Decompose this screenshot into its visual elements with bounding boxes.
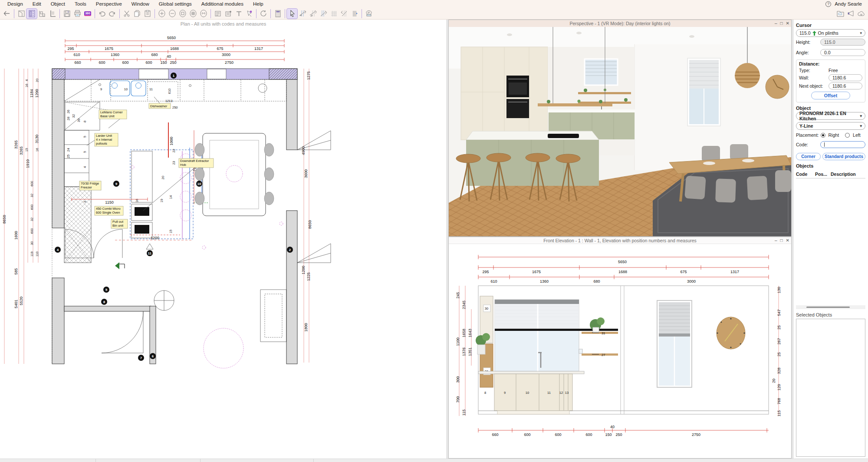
objects-col-code[interactable]: Code <box>796 172 815 177</box>
wall-distance-field[interactable]: 1180.6 <box>829 74 862 81</box>
next-object-label: Next object: <box>799 83 827 89</box>
perspective-titlebar[interactable]: Perspective - 1 (VR Mode): Day (interior… <box>449 20 791 27</box>
cut-icon[interactable] <box>122 9 132 19</box>
text-tool-icon[interactable] <box>233 9 244 19</box>
menu-additional-modules[interactable]: Additional modules <box>197 1 248 7</box>
plotter-icon[interactable] <box>364 9 374 19</box>
svg-text:2345: 2345 <box>462 300 466 309</box>
elevation-titlebar[interactable]: Front Elevation - 1 : Wall - 1, Elevatio… <box>449 237 791 244</box>
print-icon[interactable] <box>72 9 82 19</box>
cloud-folder-icon[interactable] <box>835 9 845 19</box>
wall-tool-1-icon[interactable] <box>297 9 308 19</box>
angle-field[interactable]: 0.0 <box>820 49 865 56</box>
minimize-button[interactable]: – <box>775 21 777 26</box>
svg-text:600: 600 <box>585 432 592 437</box>
svg-text:32: 32 <box>72 114 76 118</box>
corner-button[interactable]: Corner <box>796 153 821 160</box>
objects-list[interactable] <box>796 178 865 305</box>
pointer-style-icon[interactable] <box>244 9 254 19</box>
status-bar <box>0 459 868 462</box>
save-icon[interactable] <box>62 9 72 19</box>
menu-perspective[interactable]: Perspective <box>91 1 127 7</box>
selected-objects-list[interactable] <box>796 319 865 457</box>
note-add-icon[interactable] <box>223 9 233 19</box>
objects-col-description[interactable]: Description <box>831 172 856 177</box>
announcement-icon[interactable] <box>845 9 856 19</box>
svg-text:267: 267 <box>777 338 781 344</box>
wall-tool-3-icon[interactable] <box>318 9 329 19</box>
svg-text:23: 23 <box>172 161 176 165</box>
workspace: Plan - All units with codes and measures… <box>0 20 868 459</box>
plan-drawing-canvas[interactable]: 5650 295 1675 1688 675 1317 610 1360 680… <box>0 20 447 459</box>
copy-icon[interactable] <box>132 9 142 19</box>
grid-icon[interactable] <box>329 9 339 19</box>
menu-object[interactable]: Object <box>46 1 70 7</box>
svg-text:3: 3 <box>83 201 87 203</box>
placement-left-radio[interactable] <box>845 133 850 138</box>
perspective-render-canvas[interactable] <box>449 27 791 236</box>
elevation-drawing-canvas[interactable]: 5650 295 1675 1688 675 1317 610 1360 680 <box>449 244 791 458</box>
close-button[interactable]: ✕ <box>786 238 789 243</box>
menu-help[interactable]: Help <box>248 1 268 7</box>
calculator-icon[interactable] <box>273 9 283 19</box>
svg-text:7: 7 <box>140 356 142 360</box>
refresh-icon[interactable] <box>258 9 269 19</box>
help-icon[interactable]: ? <box>825 1 831 7</box>
svg-text:300: 300 <box>456 376 460 383</box>
menu-global-settings[interactable]: Global settings <box>154 1 197 7</box>
svg-text:11: 11 <box>148 251 152 255</box>
back-arrow-icon[interactable] <box>2 9 12 19</box>
select-arrow-icon[interactable] <box>287 9 297 19</box>
height-field[interactable]: 115.0 <box>820 39 865 46</box>
zoom-in-icon[interactable] <box>157 9 167 19</box>
zoom-all-icon[interactable] <box>198 9 209 19</box>
maximize-button[interactable]: □ <box>780 21 783 26</box>
svg-text:4: 4 <box>57 248 59 252</box>
menu-tools[interactable]: Tools <box>70 1 91 7</box>
redo-icon[interactable] <box>107 9 118 19</box>
svg-text:110: 110 <box>35 251 39 257</box>
view-plan-units-icon[interactable] <box>37 9 47 19</box>
zoom-object-icon[interactable] <box>188 9 198 19</box>
cloud-icon[interactable] <box>856 9 866 19</box>
offset-button[interactable]: Offset <box>811 92 850 99</box>
zoom-window-icon[interactable] <box>178 9 188 19</box>
code-input[interactable] <box>820 141 865 148</box>
cursor-mode-dropdown[interactable]: 115.0 On plinths ▾ <box>796 29 865 37</box>
close-button[interactable]: ✕ <box>786 21 789 26</box>
wall-tool-2-icon[interactable] <box>308 9 318 19</box>
view-elevation-icon[interactable] <box>26 9 37 19</box>
menu-window[interactable]: Window <box>127 1 154 7</box>
objects-horizontal-scrollbar[interactable] <box>796 305 865 309</box>
svg-text:19: 19 <box>160 199 164 202</box>
line-dropdown[interactable]: Y-Line ▾ <box>796 122 865 130</box>
angle-label: Angle: <box>796 50 819 55</box>
svg-text:1: 1 <box>173 74 175 78</box>
svg-text:1317: 1317 <box>254 46 263 51</box>
catalog-dropdown[interactable]: PRONORM 2026-1 EN Kitchen ▾ <box>796 112 865 120</box>
wall-dimension-icon[interactable] <box>349 9 360 19</box>
objects-col-pos[interactable]: Pos... <box>815 172 831 177</box>
view-360-icon[interactable]: 360 <box>82 9 93 19</box>
undo-icon[interactable] <box>97 9 107 19</box>
svg-text:680: 680 <box>151 53 158 57</box>
standard-products-button[interactable]: Standard products <box>822 153 865 160</box>
view-side-icon[interactable] <box>47 9 58 19</box>
next-object-field[interactable]: 1180.6 <box>829 82 862 89</box>
zoom-out-icon[interactable] <box>167 9 178 19</box>
svg-text:pullouts: pullouts <box>96 142 107 145</box>
svg-text:1000: 1000 <box>169 137 174 145</box>
svg-text:20: 20 <box>35 79 39 82</box>
menu-edit[interactable]: Edit <box>28 1 46 7</box>
placement-right-radio[interactable] <box>821 133 825 138</box>
view-door-icon[interactable] <box>16 9 26 19</box>
catalog-value: PRONORM 2026-1 EN Kitchen <box>799 111 858 121</box>
paste-icon[interactable] <box>142 9 153 19</box>
menu-design[interactable]: Design <box>3 1 28 7</box>
notes-icon[interactable] <box>213 9 223 19</box>
svg-text:1213: 1213 <box>165 99 173 103</box>
user-name[interactable]: Andy Searle <box>835 1 862 7</box>
maximize-button[interactable]: □ <box>780 238 783 243</box>
wall-tool-4-icon[interactable] <box>339 9 349 19</box>
minimize-button[interactable]: – <box>775 238 777 243</box>
